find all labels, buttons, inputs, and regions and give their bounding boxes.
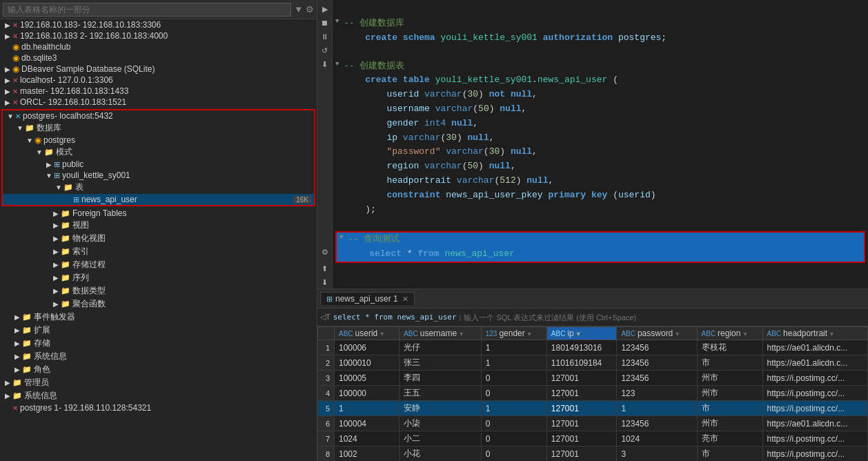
col-header-region[interactable]: ABCregion▼: [697, 327, 762, 340]
tree-expand-arrow[interactable]: ▶: [3, 379, 12, 386]
table-row[interactable]: 1100006光仔118014913016123456枣枝花https://ae…: [318, 340, 868, 355]
cell-gender[interactable]: 0: [481, 386, 546, 401]
cell-userid[interactable]: 1002: [335, 447, 400, 462]
tree-item-pg1-idx[interactable]: ▶📁索引: [0, 245, 317, 258]
filter-input[interactable]: [3, 3, 291, 17]
table-row[interactable]: 21000010张三111016109184123456市https://ae0…: [318, 355, 868, 371]
run-button[interactable]: ▶: [319, 3, 331, 15]
tree-item-conn2[interactable]: ▶✕192.168.10.183 2- 192.168.10.183:4000: [0, 30, 317, 41]
cell-password[interactable]: 123456: [617, 371, 697, 386]
cell-region[interactable]: 市: [697, 401, 762, 416]
cell-ip[interactable]: 11016109184: [546, 355, 617, 371]
tree-item-pg1-proc[interactable]: ▶📁存储过程: [0, 258, 317, 271]
col-header-userid[interactable]: ABCuserid▼: [335, 327, 400, 340]
cell-password[interactable]: 123456: [617, 416, 697, 431]
cell-userid[interactable]: 1000010: [335, 355, 400, 371]
cell-ip[interactable]: 127001: [546, 401, 617, 416]
tree-item-pg1-schema[interactable]: ▼📁模式: [3, 146, 314, 159]
tree-item-db1[interactable]: ◉db.healthclub: [0, 41, 317, 52]
table-row[interactable]: 71024小二01270011024亮市https://i.postimg.cc…: [318, 431, 868, 447]
tree-item-pg1-sysinfo[interactable]: ▶📁系统信息: [0, 350, 317, 363]
cell-region[interactable]: 市: [697, 447, 762, 462]
table-row[interactable]: 6100004小柒0127001123456州市https://ae01.ali…: [318, 416, 868, 431]
cell-username[interactable]: 张三: [400, 355, 482, 371]
results-tab[interactable]: ⊞ news_api_user 1 ✕: [320, 292, 415, 305]
fold-arrow[interactable]: [335, 203, 344, 217]
cell-headportrait[interactable]: https://ae01.alicdn.c...: [762, 416, 868, 431]
tree-expand-arrow[interactable]: ▶: [51, 248, 61, 255]
cell-username[interactable]: 光仔: [400, 340, 482, 355]
col-header-password[interactable]: ABCpassword▼: [617, 327, 697, 340]
fold-arrow[interactable]: [335, 46, 344, 59]
tree-item-pg1-foreign[interactable]: ▶📁Foreign Tables: [0, 208, 317, 219]
tree-expand-arrow[interactable]: ▶: [3, 88, 12, 95]
cell-headportrait[interactable]: https://i.postimg.cc/...: [762, 401, 868, 416]
cell-ip[interactable]: 127001: [546, 431, 617, 447]
tree-item-pg1-mat[interactable]: ▶📁物化视图: [0, 232, 317, 245]
fold-arrow[interactable]: [335, 102, 344, 117]
sql-filter-input[interactable]: [464, 313, 865, 322]
table-row[interactable]: 51安静11270011市https://i.postimg.cc/...: [318, 401, 868, 416]
tree-item-pg1-tables[interactable]: ▼📁表: [3, 181, 314, 194]
tree-expand-arrow[interactable]: ▶: [51, 235, 61, 242]
tree-expand-arrow[interactable]: ▼: [6, 112, 15, 120]
gear-button[interactable]: ⚙: [319, 246, 331, 258]
tree-expand-arrow[interactable]: ▶: [3, 99, 12, 106]
tree-item-pg1-types[interactable]: ▶📁数据类型: [0, 284, 317, 297]
results-tab-close[interactable]: ✕: [402, 295, 408, 304]
cell-region[interactable]: 州市: [697, 371, 762, 386]
cell-username[interactable]: 小柒: [400, 416, 482, 431]
cell-username[interactable]: 李四: [400, 371, 482, 386]
cell-region[interactable]: 州市: [697, 386, 762, 401]
tree-expand-arrow[interactable]: ▶: [51, 210, 61, 217]
fold-arrow[interactable]: [339, 247, 348, 262]
cell-headportrait[interactable]: https://i.postimg.cc/...: [762, 371, 868, 386]
tree-item-pg1-youli[interactable]: ▼⊞youli_kettle_sy001: [3, 170, 314, 181]
cell-headportrait[interactable]: https://i.postimg.cc/...: [762, 386, 868, 401]
cell-userid[interactable]: 100004: [335, 416, 400, 431]
tree-item-pg1-seq[interactable]: ▶📁序列: [0, 271, 317, 284]
tree-item-conn1[interactable]: ▶✕192.168.10.183- 192.168.10.183:3306: [0, 19, 317, 30]
tree-item-pg1-db[interactable]: ▼📁数据库: [3, 121, 314, 135]
tree-item-mgr[interactable]: ▶📁管理员: [0, 376, 317, 389]
tree-item-pg1-news[interactable]: ⊞news_api_user16K: [3, 194, 314, 205]
cell-username[interactable]: 安静: [400, 401, 482, 416]
tree-item-conn4[interactable]: ▶✕master- 192.168.10.183:1433: [0, 86, 317, 97]
fold-arrow[interactable]: [335, 131, 344, 146]
fold-arrow[interactable]: [335, 88, 344, 102]
col-header-headportrait[interactable]: ABCheadportrait▼: [762, 327, 868, 340]
tree-expand-arrow[interactable]: ▶: [3, 32, 12, 40]
cell-ip[interactable]: 127001: [546, 386, 617, 401]
tree-expand-arrow[interactable]: ▶: [12, 340, 22, 347]
tree-expand-arrow[interactable]: ▶: [12, 366, 22, 373]
cell-headportrait[interactable]: https://ae01.alicdn.c...: [762, 340, 868, 355]
tree-item-pg1-roles[interactable]: ▶📁角色: [0, 363, 317, 376]
fold-arrow[interactable]: ▼: [335, 17, 344, 31]
cell-password[interactable]: 123456: [617, 355, 697, 371]
tree-expand-arrow[interactable]: ▶: [3, 392, 12, 400]
tree-item-pg2[interactable]: ✕postgres 1- 192.168.110.128:54321: [0, 402, 317, 413]
tree-expand-arrow[interactable]: ▶: [3, 66, 12, 73]
cell-region[interactable]: 市: [697, 355, 762, 371]
cell-gender[interactable]: 1: [481, 355, 546, 371]
cell-username[interactable]: 小花: [400, 447, 482, 462]
cell-ip[interactable]: 127001: [546, 416, 617, 431]
cell-password[interactable]: 1: [617, 401, 697, 416]
stop-button[interactable]: ⏹: [319, 17, 331, 29]
tree-item-pg1-public[interactable]: ▶⊞public: [3, 159, 314, 170]
cell-headportrait[interactable]: https://ae01.alicdn.c...: [762, 355, 868, 371]
col-header-username[interactable]: ABCusername▼: [400, 327, 482, 340]
tree-expand-arrow[interactable]: ▼: [34, 148, 44, 156]
table-row[interactable]: 3100005李四0127001123456州市https://i.postim…: [318, 371, 868, 386]
cell-gender[interactable]: 1: [481, 340, 546, 355]
cell-headportrait[interactable]: https://i.postimg.cc/...: [762, 431, 868, 447]
cell-ip[interactable]: 127001: [546, 447, 617, 462]
tree-item-pg1-ext[interactable]: ▶📁扩展: [0, 324, 317, 337]
table-row[interactable]: 81002小花01270013市https://i.postimg.cc/...: [318, 447, 868, 462]
cell-gender[interactable]: 0: [481, 371, 546, 386]
download-button[interactable]: ⬇: [319, 58, 331, 70]
fold-arrow[interactable]: [335, 159, 344, 174]
tree-expand-arrow[interactable]: ▶: [51, 261, 61, 268]
fold-arrow[interactable]: ▼: [339, 233, 348, 247]
cell-userid[interactable]: 100005: [335, 371, 400, 386]
